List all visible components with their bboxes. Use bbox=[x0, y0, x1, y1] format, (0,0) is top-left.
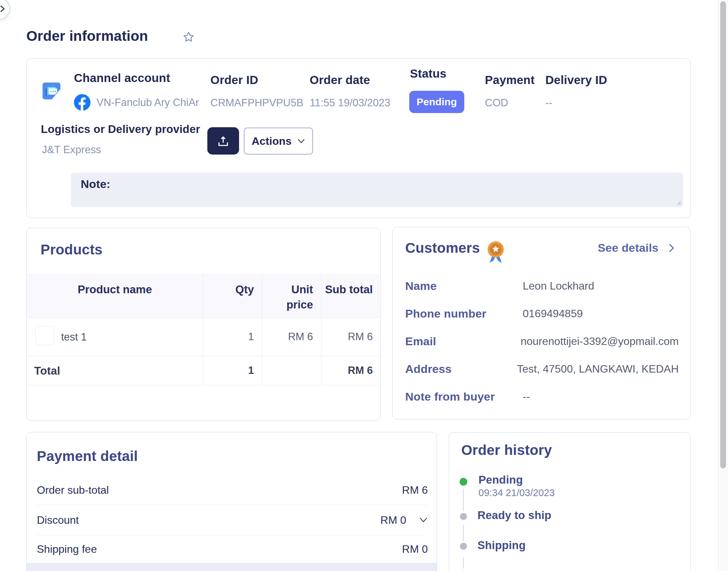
timeline-connector bbox=[463, 524, 464, 541]
customer-email-value: nourenottijei-3392@yopmail.com bbox=[521, 334, 679, 349]
payment-row-discount: Discount RM 0 bbox=[37, 505, 428, 535]
chevron-down-icon bbox=[297, 138, 305, 144]
history-step-pending: Pending bbox=[478, 473, 523, 487]
delivery-id-label: Delivery ID bbox=[545, 73, 607, 87]
customer-name-value: Leon Lockhard bbox=[523, 278, 679, 293]
order-date-column: Order date 11:55 19/03/2023 bbox=[310, 73, 370, 87]
chevron-right-icon bbox=[0, 4, 7, 13]
payment-row-subtotal: Order sub-total RM 6 bbox=[37, 475, 428, 505]
star-icon bbox=[183, 31, 194, 43]
payment-row-shipping: Shipping fee RM 0 bbox=[37, 535, 428, 563]
channel-account-column: Channel account VN-Fanclub Ary ChiAr bbox=[74, 71, 170, 85]
note-textarea[interactable]: Note: bbox=[71, 173, 683, 207]
col-header-sub-total: Sub total bbox=[321, 282, 373, 297]
see-details-link[interactable]: See details bbox=[598, 241, 674, 254]
chevron-right-icon bbox=[669, 243, 674, 253]
page-title: Order information bbox=[26, 27, 148, 46]
shipping-fee-value: RM 0 bbox=[402, 543, 428, 555]
customer-email-label: Email bbox=[405, 334, 521, 349]
total-label: Total bbox=[34, 356, 60, 385]
order-date-value: 11:55 19/03/2023 bbox=[310, 96, 390, 110]
order-info-card: Channel account VN-Fanclub Ary ChiAr Ord… bbox=[26, 58, 691, 218]
product-qty-cell: 1 bbox=[203, 318, 254, 356]
payment-detail-card: Payment detail Order sub-total RM 6 Disc… bbox=[26, 432, 437, 571]
scrollbar-thumb[interactable] bbox=[720, 1, 726, 468]
product-row: test 1 1 RM 6 RM 6 bbox=[27, 318, 380, 356]
note-label: Note: bbox=[81, 176, 110, 191]
order-detail-page: Order information Channel account bbox=[0, 0, 728, 571]
timeline-dot bbox=[460, 543, 467, 550]
customer-address-label: Address bbox=[405, 361, 517, 376]
customers-card: Customers See details Name Leon Lockhard… bbox=[392, 227, 691, 419]
product-name-cell: test 1 bbox=[61, 318, 87, 356]
channel-account-value-row: VN-Fanclub Ary ChiAr bbox=[74, 94, 199, 111]
col-header-unit-price: Unit price bbox=[262, 282, 313, 312]
discount-value-wrap: RM 0 bbox=[381, 514, 428, 526]
status-column: Status Pending bbox=[410, 66, 446, 81]
total-qty-cell: 1 bbox=[203, 356, 254, 385]
status-badge: Pending bbox=[409, 91, 464, 113]
favorite-star-icon[interactable] bbox=[182, 31, 195, 44]
products-card: Products Product name Qty Unit price Sub… bbox=[26, 228, 381, 421]
customer-field-row: Address Test, 47500, LANGKAWI, KEDAH bbox=[405, 361, 679, 376]
customer-field-row: Phone number 0169494859 bbox=[405, 306, 679, 321]
timeline-connector bbox=[463, 489, 464, 511]
payment-value: COD bbox=[485, 96, 508, 110]
products-total-row: Total 1 RM 6 bbox=[27, 356, 380, 385]
product-image-placeholder bbox=[35, 326, 54, 345]
customer-phone-label: Phone number bbox=[405, 306, 523, 321]
facebook-icon bbox=[74, 94, 90, 111]
payment-label: Payment bbox=[485, 73, 535, 87]
customers-title: Customers bbox=[405, 239, 480, 257]
chevron-down-icon[interactable] bbox=[419, 517, 428, 523]
customer-note-value: -- bbox=[523, 389, 679, 404]
history-step-pending-time: 09:34 21/03/2023 bbox=[478, 486, 555, 499]
delivery-id-column: Delivery ID -- bbox=[545, 73, 607, 87]
upload-icon bbox=[218, 136, 229, 146]
customer-field-row: Name Leon Lockhard bbox=[405, 278, 679, 293]
products-title: Products bbox=[41, 241, 103, 259]
channel-account-label: Channel account bbox=[74, 71, 170, 85]
col-header-product-name: Product name bbox=[27, 282, 203, 297]
discount-value: RM 0 bbox=[381, 514, 406, 526]
discount-label: Discount bbox=[37, 514, 79, 526]
scrollbar-track[interactable] bbox=[718, 0, 728, 571]
history-step-ready: Ready to ship bbox=[477, 508, 551, 522]
order-id-column: Order ID CRMAFPHPVPU5B bbox=[210, 73, 258, 87]
history-step-shipping: Shipping bbox=[477, 538, 526, 552]
order-id-value: CRMAFPHPVPU5B bbox=[210, 96, 304, 110]
product-unit-price-cell: RM 6 bbox=[262, 318, 313, 356]
order-history-title: Order history bbox=[461, 441, 552, 459]
channel-account-value: VN-Fanclub Ary ChiAr bbox=[97, 94, 199, 111]
resize-grip-icon[interactable] bbox=[676, 200, 681, 205]
col-header-qty: Qty bbox=[203, 282, 254, 297]
order-date-label: Order date bbox=[310, 73, 370, 87]
customer-address-value: Test, 47500, LANGKAWI, KEDAH bbox=[517, 361, 679, 376]
order-subtotal-label: Order sub-total bbox=[37, 484, 109, 496]
actions-dropdown-button[interactable]: Actions bbox=[244, 128, 313, 155]
total-sub-total-cell: RM 6 bbox=[321, 356, 373, 385]
customer-field-row: Email nourenottijei-3392@yopmail.com bbox=[405, 334, 679, 349]
see-details-label: See details bbox=[598, 241, 658, 254]
customer-name-label: Name bbox=[405, 278, 523, 293]
timeline-dot bbox=[460, 513, 467, 520]
order-subtotal-value: RM 6 bbox=[402, 484, 428, 496]
timeline-dot-active bbox=[460, 478, 467, 486]
payment-detail-title: Payment detail bbox=[37, 447, 138, 465]
order-id-label: Order ID bbox=[210, 73, 258, 87]
customer-phone-value: 0169494859 bbox=[523, 306, 679, 321]
payment-total-band bbox=[27, 563, 437, 571]
medal-icon bbox=[487, 241, 504, 265]
export-button[interactable] bbox=[207, 127, 239, 155]
channel-chat-icon bbox=[42, 82, 61, 101]
logistics-value: J&T Express bbox=[42, 143, 101, 157]
logistics-label: Logistics or Delivery provider bbox=[41, 122, 200, 137]
customer-note-label: Note from buyer bbox=[405, 389, 523, 404]
status-label: Status bbox=[410, 66, 446, 81]
shipping-fee-label: Shipping fee bbox=[37, 543, 97, 555]
actions-button-label: Actions bbox=[252, 135, 292, 147]
payment-column: Payment COD bbox=[485, 73, 535, 87]
collapse-drawer-button[interactable] bbox=[0, 0, 10, 20]
order-history-card: Order history Pending 09:34 21/03/2023 R… bbox=[449, 432, 691, 571]
timeline-connector bbox=[463, 557, 464, 569]
